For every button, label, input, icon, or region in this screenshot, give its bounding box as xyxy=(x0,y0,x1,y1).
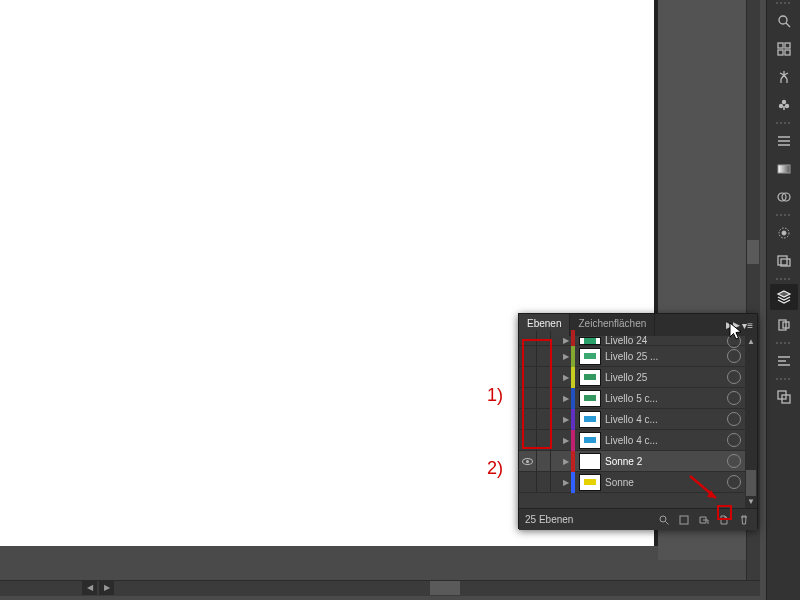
puppet-icon[interactable] xyxy=(770,64,798,90)
svg-point-20 xyxy=(660,516,666,522)
annotation-label-2: 2) xyxy=(487,458,503,479)
svg-rect-8 xyxy=(783,106,785,110)
target-icon[interactable] xyxy=(727,412,741,426)
layer-row[interactable]: ▶ Livello 24 xyxy=(519,336,757,346)
svg-rect-1 xyxy=(778,43,783,48)
hscroll-left-button[interactable]: ◀ xyxy=(82,581,97,595)
svg-rect-21 xyxy=(680,516,688,524)
layer-row[interactable]: ▶ Livello 25 ... xyxy=(519,346,757,367)
layer-color-chip xyxy=(571,346,575,367)
symbols-icon[interactable] xyxy=(770,348,798,374)
expand-arrow-icon[interactable]: ▶ xyxy=(561,373,571,382)
lock-toggle[interactable] xyxy=(537,472,551,492)
layer-thumbnail xyxy=(579,411,601,428)
target-icon[interactable] xyxy=(727,454,741,468)
layer-row[interactable]: ▶ Livello 5 c... xyxy=(519,388,757,409)
graphic-styles-icon[interactable] xyxy=(770,248,798,274)
dock-grip-3 xyxy=(767,212,800,218)
layer-thumbnail xyxy=(579,453,601,470)
tab-artboards[interactable]: Zeichenflächen xyxy=(570,314,655,336)
layer-name-label: Livello 25 ... xyxy=(605,351,723,362)
find-icon[interactable] xyxy=(770,8,798,34)
layer-row[interactable]: ▶ Livello 4 c... xyxy=(519,430,757,451)
artboards-panel-icon[interactable] xyxy=(770,312,798,338)
scroll-up-icon[interactable]: ▲ xyxy=(745,336,757,348)
dock-grip-2 xyxy=(767,120,800,126)
expand-arrow-icon[interactable]: ▶ xyxy=(561,436,571,445)
svg-rect-14 xyxy=(778,256,787,265)
layer-row[interactable]: ▶ Sonne 2 xyxy=(519,451,757,472)
expand-arrow-icon[interactable]: ▶ xyxy=(561,457,571,466)
hscroll-thumb[interactable] xyxy=(430,581,460,595)
layer-thumbnail xyxy=(579,390,601,407)
visibility-toggle[interactable] xyxy=(519,472,537,492)
target-icon[interactable] xyxy=(727,349,741,363)
target-icon[interactable] xyxy=(727,370,741,384)
scroll-down-icon[interactable]: ▼ xyxy=(745,496,757,508)
layer-color-chip xyxy=(571,430,575,451)
svg-rect-3 xyxy=(778,50,783,55)
target-icon[interactable] xyxy=(727,475,741,489)
annotation-arrow xyxy=(686,472,724,506)
layer-name-label: Livello 5 c... xyxy=(605,393,723,404)
panel-tab-bar: Ebenen Zeichenflächen ▶▶ ▾≡ xyxy=(519,314,757,336)
target-icon[interactable] xyxy=(727,391,741,405)
layer-row[interactable]: ▶ Livello 4 c... xyxy=(519,409,757,430)
appearance-icon[interactable] xyxy=(770,220,798,246)
layer-name-label: Livello 24 xyxy=(605,335,723,346)
vscroll-thumb[interactable] xyxy=(747,240,759,264)
annotation-box-1 xyxy=(522,339,552,449)
dock-grip-6 xyxy=(767,376,800,382)
club-icon[interactable] xyxy=(770,92,798,118)
panel-menu-icon[interactable]: ▾≡ xyxy=(742,320,753,331)
svg-point-0 xyxy=(779,16,787,24)
align-icon[interactable] xyxy=(770,128,798,154)
layer-thumbnail xyxy=(579,474,601,491)
svg-point-6 xyxy=(779,104,783,108)
brushes-icon[interactable] xyxy=(770,384,798,410)
expand-arrow-icon[interactable]: ▶ xyxy=(561,352,571,361)
layer-name-label: Livello 4 c... xyxy=(605,414,723,425)
delete-layer-icon[interactable] xyxy=(737,513,751,527)
horizontal-scrollbar[interactable] xyxy=(0,580,760,596)
layer-thumbnail xyxy=(579,432,601,449)
transparency-icon[interactable] xyxy=(770,184,798,210)
layer-color-chip xyxy=(571,367,575,388)
svg-rect-2 xyxy=(785,43,790,48)
layer-name-label: Livello 25 xyxy=(605,372,723,383)
expand-arrow-icon[interactable]: ▶ xyxy=(561,415,571,424)
dock-grip-5 xyxy=(767,340,800,346)
layer-name-label: Sonne 2 xyxy=(605,456,723,467)
svg-point-5 xyxy=(782,100,786,104)
layer-color-chip xyxy=(571,388,575,409)
svg-point-13 xyxy=(782,231,786,235)
layers-scrollbar[interactable]: ▲ ▼ xyxy=(745,336,757,508)
annotation-box-newlayer xyxy=(717,505,732,520)
gradient-icon[interactable] xyxy=(770,156,798,182)
lock-toggle[interactable] xyxy=(537,451,551,471)
hscroll-right-button[interactable]: ▶ xyxy=(99,581,114,595)
svg-rect-9 xyxy=(778,165,790,173)
layer-count-label: 25 Ebenen xyxy=(525,514,651,525)
visibility-toggle[interactable] xyxy=(519,451,537,471)
layer-name-label: Livello 4 c... xyxy=(605,435,723,446)
dock-grip-4 xyxy=(767,276,800,282)
layer-color-chip xyxy=(571,472,575,493)
grid-icon[interactable] xyxy=(770,36,798,62)
expand-arrow-icon[interactable]: ▶ xyxy=(561,336,571,345)
layer-row[interactable]: ▶ Livello 25 xyxy=(519,367,757,388)
target-icon[interactable] xyxy=(727,433,741,447)
new-sublayer-icon[interactable] xyxy=(697,513,711,527)
layer-thumbnail xyxy=(579,348,601,365)
svg-point-7 xyxy=(785,104,789,108)
layers-scroll-thumb[interactable] xyxy=(746,470,756,496)
panel-dock xyxy=(766,0,800,600)
layer-color-chip xyxy=(571,409,575,430)
expand-arrow-icon[interactable]: ▶ xyxy=(561,478,571,487)
layer-thumbnail xyxy=(579,337,601,345)
make-clipping-mask-icon[interactable] xyxy=(677,513,691,527)
expand-arrow-icon[interactable]: ▶ xyxy=(561,394,571,403)
locate-object-icon[interactable] xyxy=(657,513,671,527)
eye-icon xyxy=(522,458,533,465)
layers-icon[interactable] xyxy=(770,284,798,310)
